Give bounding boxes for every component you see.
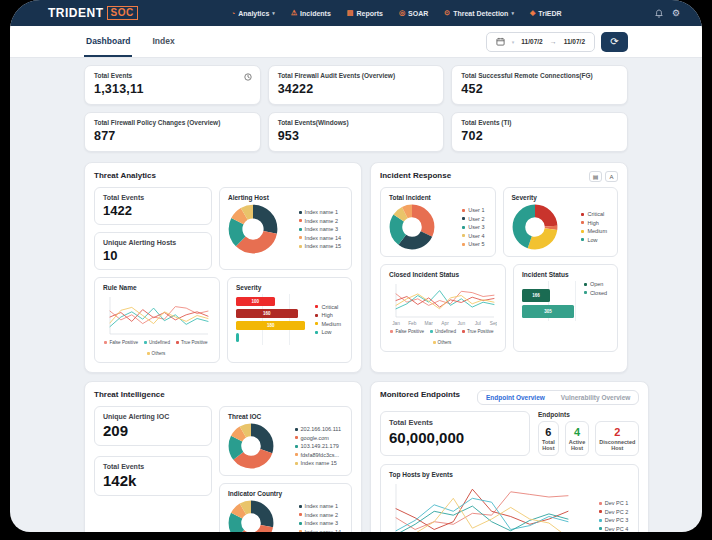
stat-label: Total Events <box>389 418 521 427</box>
nav-label: SOAR <box>408 10 428 17</box>
host-label: Active Host <box>569 439 586 451</box>
nav-threat-detection[interactable]: ⊙Threat Detection▾ <box>444 9 514 17</box>
host-cards: 6Total Host4Active Host2Disconnected Hos… <box>538 421 639 456</box>
legend-item-index-name-2: Index name 2 <box>299 512 341 518</box>
legend-item-index-name-14: Index name 14 <box>299 235 341 241</box>
legend-item-dev-pc-4: Dev PC 4 <box>599 526 629 532</box>
date-from[interactable]: 11/07/2 <box>521 38 542 45</box>
total-incident-donut-chart <box>389 204 435 250</box>
legend-item-others: Others <box>433 340 452 345</box>
legend-swatch <box>104 341 107 344</box>
nav-triedr[interactable]: ◈TriEDR <box>530 9 562 17</box>
date-range-picker[interactable]: ▾ 11/07/2 → 11/07/2 <box>486 32 595 52</box>
legend-swatch <box>462 243 465 246</box>
ir-severity-donut-chart <box>512 204 558 250</box>
sections-row-2: Threat Intelligence Unique Alerting IOC … <box>84 381 628 532</box>
nav-analytics[interactable]: ◔Analytics▾ <box>231 9 275 17</box>
legend-swatch <box>295 436 298 439</box>
legend-item-undefined: Undefined <box>430 329 456 334</box>
legend-swatch <box>584 291 587 294</box>
dashboard-content: Total Events1,313,11Total Firewall Audit… <box>10 58 702 532</box>
severity-bars-box: Severity 100160180 CriticalHighMediumLow <box>227 277 352 363</box>
legend-label: Index name 14 <box>305 235 341 241</box>
legend-swatch <box>599 519 602 522</box>
legend-swatch <box>433 341 436 344</box>
alerting-host-donut-chart <box>228 204 278 254</box>
sections-row-1: Threat Analytics Total Events 1422 Uniqu… <box>84 162 628 381</box>
legend-label: User 4 <box>468 233 484 239</box>
legend-swatch <box>299 228 302 231</box>
legend-label: Open <box>590 281 603 287</box>
legend-label: Dev PC 4 <box>605 526 629 532</box>
analytics-icon: ◔ <box>231 10 235 17</box>
chart-title: Incident Status <box>522 271 609 278</box>
svg-text:Jul: Jul <box>475 321 481 326</box>
main-nav: ◔Analytics▾⚠Incidents▤Reports◎SOAR⊙Threa… <box>231 9 562 17</box>
legend-item-medium: Medium <box>315 321 341 327</box>
header-strip: DashboardIndex ▾ 11/07/2 → 11/07/2 ⟳ <box>10 26 702 58</box>
legend-label: Others <box>152 351 166 356</box>
legend-label: Others <box>438 340 452 345</box>
legend-label: Undefined <box>149 340 170 345</box>
svg-text:Jan: Jan <box>392 321 400 326</box>
host-label: Total Host <box>542 439 555 451</box>
incident-status-bar-chart: 166305 <box>522 281 578 321</box>
chart-legend: 202.166.106.111google.com103.149.21.179f… <box>295 426 343 466</box>
nav-reports[interactable]: ▤Reports <box>347 9 383 17</box>
nav-label: Reports <box>356 10 382 17</box>
legend-label: True Positive <box>181 340 208 345</box>
legend-label: Index name 15 <box>305 243 341 249</box>
legend-swatch <box>599 527 602 530</box>
tab-vulnerability-overview[interactable]: Vulnerability Overview <box>553 391 638 404</box>
stat-value: 702 <box>461 129 618 143</box>
bar-closed: 305 <box>522 305 574 318</box>
bar-open: 166 <box>522 289 550 302</box>
nav-incidents[interactable]: ⚠Incidents <box>291 9 331 17</box>
chart-title: Severity <box>236 284 343 291</box>
legend-swatch <box>581 230 584 233</box>
section-title: Incident Response <box>380 171 451 180</box>
ti-total-events-box: Total Events 142k <box>94 456 212 496</box>
date-to[interactable]: 11/07/2 <box>564 38 585 45</box>
bell-icon[interactable] <box>655 9 663 18</box>
stat-card-total-events: Total Events1,313,11 <box>84 65 261 105</box>
legend-label: Index name 2 <box>305 218 338 224</box>
legend-swatch <box>299 236 302 239</box>
legend-label: Medium <box>321 321 341 327</box>
indicator-country-chart-box: Indicator Country Index name 1Index name… <box>219 483 352 532</box>
threat-ioc-donut-chart <box>228 423 274 469</box>
legend-label: Index name 3 <box>305 520 338 526</box>
legend-swatch <box>315 322 318 325</box>
top-hosts-line-chart: JanFebMarAprJunJulSep <box>389 481 571 532</box>
legend-swatch <box>299 219 302 222</box>
legend-swatch <box>315 314 318 317</box>
tab-index[interactable]: Index <box>150 26 176 57</box>
legend-swatch <box>599 502 602 505</box>
export-chart-icon[interactable]: ▤ <box>589 171 602 182</box>
legend-item-true-positive: True Positive <box>176 340 208 345</box>
stat-value: 34222 <box>278 82 435 96</box>
stat-label: Total Successful Remote Connections(FG) <box>461 72 618 79</box>
total-events-box: Total Events 1422 <box>94 187 212 225</box>
legend-item-others: Others <box>147 351 166 356</box>
section-title: Threat Analytics <box>94 171 352 180</box>
desktop-background: TRIDENT SOC ◔Analytics▾⚠Incidents▤Report… <box>0 0 712 540</box>
endpoints-group: Endpoints 6Total Host4Active Host2Discon… <box>538 411 639 456</box>
gear-icon[interactable]: ⚙ <box>672 8 680 18</box>
brand-logo[interactable]: TRIDENT SOC <box>48 6 138 20</box>
closed-incident-status-box: Closed Incident Status JanFebMarAprJunJu… <box>380 264 506 352</box>
legend-label: Index name 14 <box>305 529 341 533</box>
stat-label: Total Events(Windows) <box>278 119 435 126</box>
legend-swatch <box>462 234 465 237</box>
tab-dashboard[interactable]: Dashboard <box>84 26 132 57</box>
legend-label: Index name 1 <box>305 209 338 215</box>
host-value: 2 <box>599 426 635 438</box>
svg-text:Feb: Feb <box>408 321 417 326</box>
tab-endpoint-overview[interactable]: Endpoint Overview <box>478 391 553 404</box>
export-text-icon[interactable]: A <box>605 171 618 182</box>
refresh-button[interactable]: ⟳ <box>601 32 628 52</box>
nav-soar[interactable]: ◎SOAR <box>399 9 428 17</box>
legend-swatch <box>295 453 298 456</box>
chart-legend: OpenClosed <box>584 281 609 296</box>
me-total-events-box: Total Events 60,000,000 <box>380 411 530 456</box>
